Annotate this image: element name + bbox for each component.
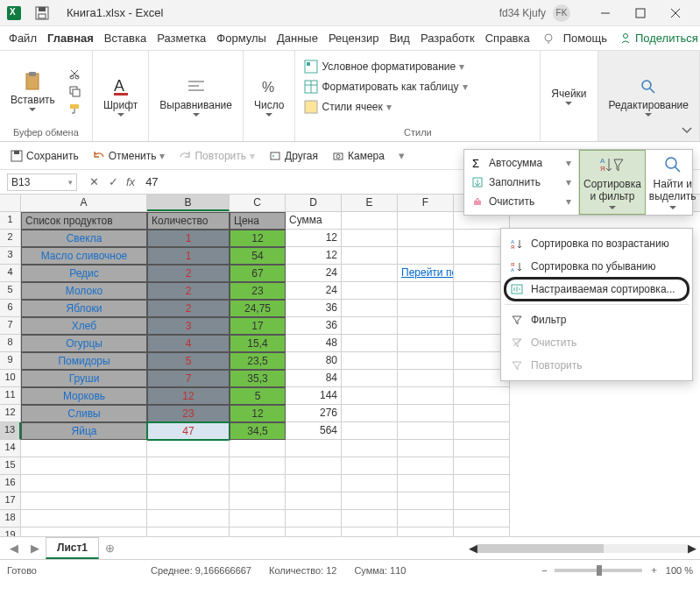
menu-data[interactable]: Данные	[272, 28, 323, 48]
cell[interactable]: Свекла	[21, 230, 147, 247]
qat-redo-button[interactable]: Повторить▾	[175, 148, 258, 164]
cell[interactable]: 23	[147, 405, 230, 422]
close-button[interactable]	[658, 0, 693, 26]
cell[interactable]	[21, 527, 147, 536]
select-all-button[interactable]	[0, 195, 21, 211]
cell[interactable]	[398, 300, 454, 317]
tab-nav-next[interactable]: ▶	[25, 542, 46, 555]
cell[interactable]	[21, 475, 147, 492]
add-sheet-button[interactable]: ⊕	[99, 542, 120, 555]
cell[interactable]: 36	[286, 317, 342, 335]
row-header[interactable]: 2	[0, 230, 21, 247]
zoom-slider[interactable]	[555, 569, 642, 572]
col-header-E[interactable]: E	[342, 195, 398, 211]
cell[interactable]: 35,3	[230, 370, 286, 387]
cell[interactable]	[147, 527, 230, 536]
cell[interactable]	[398, 387, 454, 405]
row-header[interactable]: 15	[0, 457, 21, 475]
cell[interactable]	[454, 457, 510, 475]
row-header[interactable]: 1	[0, 212, 21, 230]
fx-icon[interactable]: fx	[123, 175, 138, 188]
cell[interactable]: Хлеб	[21, 317, 147, 335]
cell[interactable]	[398, 475, 454, 492]
fill-button[interactable]: Заполнить▾	[468, 173, 575, 192]
cell[interactable]: 17	[230, 317, 286, 335]
cell[interactable]: 5	[230, 387, 286, 405]
cell[interactable]: 12	[147, 387, 230, 405]
row-header[interactable]: 9	[0, 352, 21, 370]
cell[interactable]	[21, 440, 147, 457]
cell[interactable]: Сумма	[286, 212, 342, 230]
cell[interactable]	[398, 510, 454, 527]
cell[interactable]	[230, 510, 286, 527]
cell[interactable]	[342, 422, 398, 440]
cell[interactable]: Молоко	[21, 282, 147, 300]
cell[interactable]	[342, 265, 398, 282]
cell[interactable]	[398, 405, 454, 422]
cell[interactable]: Огурцы	[21, 335, 147, 352]
cell[interactable]: 12	[286, 247, 342, 265]
hyperlink-cell[interactable]: Перейти по ссылк	[398, 265, 454, 282]
row-header[interactable]: 3	[0, 247, 21, 265]
cell[interactable]	[230, 492, 286, 510]
hscroll[interactable]: ◀▶	[469, 542, 696, 555]
zoom-out-button[interactable]: −	[541, 565, 547, 576]
cell[interactable]: 2	[147, 265, 230, 282]
cell[interactable]: 54	[230, 247, 286, 265]
row-header[interactable]: 13	[0, 422, 21, 440]
menu-review[interactable]: Рецензир	[323, 28, 385, 48]
cell[interactable]: 4	[147, 335, 230, 352]
cell[interactable]	[454, 492, 510, 510]
cell[interactable]	[286, 457, 342, 475]
cell[interactable]	[454, 527, 510, 536]
cell[interactable]: Цена	[230, 212, 286, 230]
paste-button[interactable]: Вставить	[7, 67, 59, 115]
cell[interactable]	[454, 422, 510, 440]
zoom-in-button[interactable]: ＋	[649, 563, 659, 577]
cell[interactable]: 47	[147, 422, 230, 440]
cell[interactable]	[286, 440, 342, 457]
cell[interactable]: 2	[147, 282, 230, 300]
editing-button[interactable]: Редактирование	[605, 73, 692, 120]
row-header[interactable]: 7	[0, 317, 21, 335]
cell[interactable]	[342, 370, 398, 387]
menu-help[interactable]: Справка	[480, 28, 535, 48]
cell[interactable]: 2	[147, 300, 230, 317]
menu-home[interactable]: Главная	[42, 28, 99, 48]
col-header-C[interactable]: C	[230, 195, 286, 211]
cell[interactable]	[342, 457, 398, 475]
cells-button[interactable]: Ячейки	[548, 84, 590, 109]
cell[interactable]: 24,75	[230, 300, 286, 317]
menu-view[interactable]: Вид	[384, 28, 415, 48]
autosum-button[interactable]: ΣАвтосумма▾	[468, 153, 575, 173]
cell[interactable]	[342, 475, 398, 492]
cell[interactable]: Количество	[147, 212, 230, 230]
cell[interactable]	[398, 352, 454, 370]
menu-layout[interactable]: Разметка	[152, 28, 211, 48]
cell[interactable]: 7	[147, 370, 230, 387]
name-box[interactable]: B13▾	[7, 173, 77, 191]
cell[interactable]	[398, 422, 454, 440]
cell[interactable]	[342, 510, 398, 527]
cell[interactable]	[342, 492, 398, 510]
cell[interactable]	[342, 440, 398, 457]
cell[interactable]	[398, 440, 454, 457]
qat-save-button[interactable]: Сохранить	[7, 148, 82, 164]
menu-formulas[interactable]: Формулы	[211, 28, 272, 48]
copy-button[interactable]	[64, 84, 85, 98]
formatpainter-button[interactable]	[64, 102, 85, 116]
row-header[interactable]: 4	[0, 265, 21, 282]
cell[interactable]: 276	[286, 405, 342, 422]
row-header[interactable]: 18	[0, 510, 21, 527]
ribbon-collapse-button[interactable]	[681, 124, 693, 136]
number-button[interactable]: % Число	[251, 73, 288, 120]
cell[interactable]: 144	[286, 387, 342, 405]
qat-undo-button[interactable]: Отменить▾	[89, 148, 169, 164]
cell[interactable]	[342, 230, 398, 247]
row-header[interactable]: 5	[0, 282, 21, 300]
menu-developer[interactable]: Разработк	[415, 28, 480, 48]
cell[interactable]: Сливы	[21, 405, 147, 422]
format-table-button[interactable]: Форматировать как таблицу▾	[302, 78, 533, 96]
cell[interactable]: 67	[230, 265, 286, 282]
cell[interactable]	[398, 527, 454, 536]
